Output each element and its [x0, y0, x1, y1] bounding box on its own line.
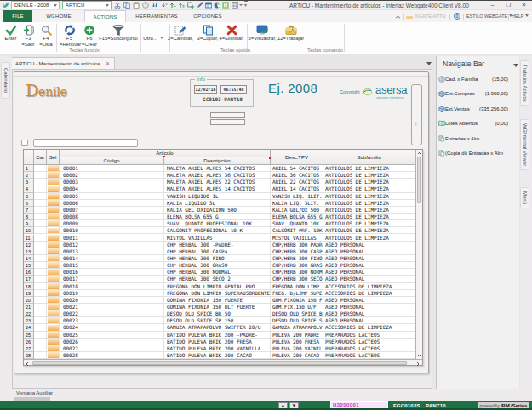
table-row[interactable]: 1600016CHP HERBAL 300 NORMALCHP/HERB 300… [24, 269, 415, 276]
collapse-ribbon-icon[interactable] [395, 15, 401, 19]
close-tab-icon[interactable]: × [106, 60, 110, 66]
date-field[interactable]: 12/02/16 [194, 85, 217, 94]
copiar-button[interactable]: 3=Copiar, [195, 24, 220, 42]
table-row[interactable]: 2000020GOMINA FIXONIA 150 FUERTEGOM.FIXO… [24, 297, 415, 304]
scroll-up-icon[interactable] [417, 151, 422, 155]
sel-option-box[interactable] [48, 290, 60, 296]
document-tab-articu[interactable]: ARTICU - Mantenimiento de artículos× [10, 57, 115, 70]
horizontal-scroll-thumb[interactable] [32, 361, 407, 365]
cell-sel[interactable] [47, 339, 60, 345]
move-up-minus-icon[interactable] [169, 2, 176, 9]
sel-option-box[interactable] [48, 325, 60, 331]
table-horizontal-scrollbar[interactable] [24, 359, 422, 365]
sel-option-box[interactable] [48, 228, 60, 234]
col-header-cat[interactable]: Cat [34, 150, 47, 165]
table-row[interactable]: 1200012CHP HERBAL 300 -PADRE-CHP/HERB 30… [24, 242, 415, 248]
table-row[interactable]: 2300023DESOD OLD SPICE SP 150DESOD OLD S… [24, 317, 415, 324]
sel-option-box[interactable] [48, 352, 60, 358]
cell-sel[interactable] [47, 255, 60, 262]
cell-sel[interactable] [47, 269, 60, 276]
paste-icon[interactable] [133, 2, 140, 9]
sel-option-box[interactable] [48, 214, 60, 219]
pen-icon[interactable] [197, 2, 203, 9]
table-row[interactable]: 1000010CALGONIT PROFESIONAL 10 KCALGONIT… [24, 227, 415, 234]
col-header-sel[interactable]: Sel [47, 150, 60, 165]
cut-icon[interactable] [114, 2, 121, 9]
sidebar-tab-calendario[interactable]: Calendario [1, 62, 10, 99]
estilo-webgate-menu[interactable]: ESTILO WEBGATE [466, 10, 512, 22]
navigate-item-ext-ventas[interactable]: Ext.Ventas(335.256,00) [438, 105, 515, 115]
move-down-icon[interactable] [161, 2, 168, 9]
table-row[interactable]: 2600026BATIDO PULEVA BRIK 200 FRESAPULEV… [24, 339, 415, 345]
visualizar-button[interactable]: 5=Visualizar, [248, 24, 277, 42]
table-row[interactable]: 1700017CHP HERBAL 300 SECO 2CHP/HERB 300… [24, 276, 415, 282]
col-header-codigo[interactable]: Código [60, 157, 164, 165]
sel-option-box[interactable] [48, 310, 60, 316]
navigate-item-lotes-abiertos[interactable]: Lotes Abiertos(0,00) [438, 119, 515, 129]
table-row[interactable]: 900009SUAV. QUANTO PROFESIONAL 10KSUAV. … [24, 220, 415, 227]
table-row[interactable]: 1800018FREGONA DON LIMPIO GENIAL PROFREG… [24, 283, 415, 290]
tab-actions[interactable]: ACTIONS [84, 10, 126, 22]
resize-grip[interactable] [14, 397, 50, 401]
cell-sel[interactable] [47, 193, 60, 200]
table-row[interactable]: 800008ELENA BOLSA 655 G.ELENA BOLSA 655 … [24, 214, 415, 220]
cell-sel[interactable] [47, 207, 60, 214]
eliminar-button[interactable]: 4=Eliminar, [218, 24, 245, 42]
cell-sel[interactable] [47, 276, 60, 282]
navigate-item-cad-x-familia[interactable]: Cad. x Familia(15,00) [438, 75, 515, 85]
table-row[interactable]: 2100021GOMINA FIXONIA 150 ULT FUERTEGOM.… [24, 304, 415, 310]
cell-sel[interactable] [47, 242, 60, 248]
sel-option-box[interactable] [48, 317, 60, 323]
cell-sel[interactable] [47, 179, 60, 185]
table-row[interactable]: 2500025BATIDO PULEVA BRIK 200 -PADRE-PUL… [24, 332, 415, 339]
sel-option-box[interactable] [48, 283, 60, 289]
table-row[interactable]: 2200022DESOD OLD SPICE BR 50DESOD OLD SP… [24, 310, 415, 317]
sel-option-box[interactable] [48, 297, 60, 303]
filter-checkbox[interactable] [21, 140, 28, 146]
restore-button[interactable]: ❐ [503, 1, 514, 9]
environment-combobox[interactable]: DENILE - 2008 [11, 1, 60, 9]
table-row[interactable]: 300003MALETA ARIEL ALPES 22 CACITOSARIEL… [24, 179, 415, 185]
tab-file[interactable]: FILE [3, 10, 32, 22]
command-combobox[interactable]: ARTICU [62, 1, 112, 9]
cell-sel[interactable] [47, 248, 60, 255]
cell-sel[interactable] [47, 220, 60, 227]
sel-option-box[interactable] [48, 186, 60, 192]
sel-option-box[interactable] [48, 220, 60, 226]
sidebar-tab-wginternal-viewer[interactable]: WGInternal Viewer [520, 119, 529, 170]
filter-input[interactable] [33, 139, 138, 147]
close-button[interactable]: ✕ [518, 1, 529, 9]
vertical-scroll-thumb[interactable] [417, 157, 421, 203]
f15-subconjunto-button[interactable]: F15=Subconjunto [96, 24, 140, 42]
cell-sel[interactable] [47, 235, 60, 242]
table-row[interactable]: 2800028BATIDO PULEVA BRIK 200 CACAOPULEV… [24, 352, 415, 359]
cell-sel[interactable] [47, 200, 60, 207]
copy-icon[interactable] [123, 2, 130, 9]
f4-lista-button[interactable]: F4=Lista [38, 24, 54, 48]
table-row[interactable]: 500005VANISH LIQUIDO 1LVANISH LIQ. 1LIT.… [24, 193, 415, 200]
col-header-descripcion[interactable]: Descripción [164, 157, 271, 165]
cell-sel[interactable] [47, 165, 60, 172]
table-row[interactable]: 1500015CHP HERBAL 300 GRASOCHP/HERB 300 … [24, 262, 415, 269]
sel-option-box[interactable] [48, 200, 60, 206]
table-row[interactable]: 1100011MISTOL VAJILLASMISTOL VAJILLASART… [24, 235, 415, 242]
table-row[interactable]: 400004MALETA ARIEL ALPES 14 CACITOSARIEL… [24, 185, 415, 192]
table-row[interactable]: 2700027BATIDO PULEVA BRIK 200 VAINILLAPU… [24, 345, 415, 352]
time-field[interactable]: 06:55:48 [220, 85, 247, 94]
sel-option-box[interactable] [48, 332, 60, 338]
cell-sel[interactable] [47, 297, 60, 304]
cambiar-button[interactable]: 2=Cambiar, [167, 24, 194, 42]
scroll-right-icon[interactable] [416, 362, 420, 367]
table-row[interactable]: 200002MALETA ARIEL ALPES 36 CACITOSARIEL… [24, 172, 415, 179]
cell-sel[interactable] [47, 262, 60, 269]
f3-salir-button[interactable]: F3=Salir [20, 24, 36, 48]
sel-option-box[interactable] [48, 242, 60, 248]
table-vertical-scrollbar[interactable] [415, 150, 422, 359]
sel-option-box[interactable] [48, 255, 60, 261]
sel-option-box[interactable] [48, 248, 60, 254]
f6-crear-button[interactable]: F6=Crear [81, 24, 98, 48]
help-icon[interactable]: ? [142, 2, 149, 9]
sel-option-box[interactable] [48, 207, 60, 213]
table-icon[interactable] [205, 2, 212, 9]
scroll-left-icon[interactable] [26, 362, 29, 367]
